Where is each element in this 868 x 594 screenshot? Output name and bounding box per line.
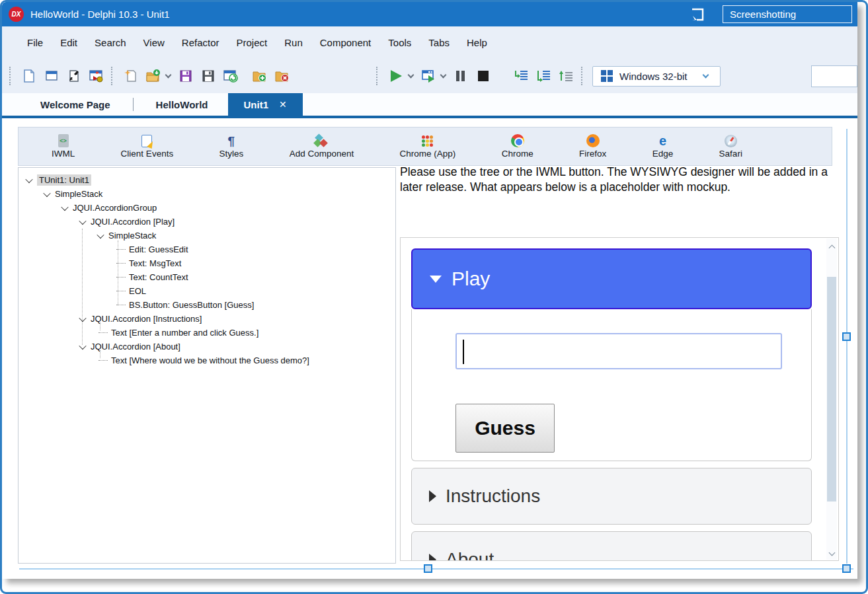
new-unit-icon[interactable] (18, 66, 40, 86)
events-form-icon (141, 135, 152, 147)
chrome-icon (511, 134, 524, 147)
resize-handle-corner[interactable] (842, 564, 851, 573)
view-as-text-icon[interactable] (63, 66, 85, 86)
chevron-down-icon[interactable] (61, 203, 68, 210)
code-document-icon: <> (58, 134, 69, 147)
capture-icon[interactable] (690, 7, 705, 22)
chevron-down-icon[interactable] (43, 189, 50, 196)
safari-button[interactable]: Safari (719, 134, 742, 159)
firefox-button[interactable]: Firefox (579, 134, 606, 159)
menu-project[interactable]: Project (228, 33, 276, 52)
guess-input[interactable] (455, 333, 782, 369)
menu-search[interactable]: Search (86, 33, 135, 52)
safari-icon (725, 135, 737, 147)
tree-node-instructions-text[interactable]: Text [Enter a number and click Guess.] (19, 326, 395, 340)
scroll-up-icon[interactable] (826, 240, 837, 252)
menu-tools[interactable]: Tools (379, 33, 420, 52)
tree-node-counttext[interactable]: Text: CountText (19, 270, 395, 284)
accordion-header-about[interactable]: About (411, 531, 812, 561)
tree-guide-line (100, 350, 100, 358)
add-to-project-icon[interactable] (249, 66, 271, 86)
toolbar-grip[interactable] (111, 67, 114, 85)
resize-handle-bottom[interactable] (424, 564, 432, 573)
tree-node-label: SimpleStack (55, 189, 102, 199)
menu-view[interactable]: View (135, 33, 173, 52)
guess-button[interactable]: Guess (455, 404, 555, 453)
tab-helloworld[interactable]: HelloWorld (136, 93, 228, 116)
tab-unit1[interactable]: Unit1 ✕ (228, 93, 303, 116)
menu-component[interactable]: Component (311, 33, 380, 52)
trace-into-icon[interactable] (510, 66, 533, 86)
titlebar[interactable]: DX HelloWorld - Delphi 10.3 - Unit1 Scre… (2, 2, 857, 26)
tree-node-accordion-play[interactable]: JQUI.Accordion [Play] (19, 215, 395, 229)
run-without-debugging-icon[interactable] (417, 66, 440, 86)
accordion-header-instructions[interactable]: Instructions (411, 468, 812, 525)
scrollbar-thumb[interactable] (827, 277, 836, 501)
delphi-dx-logo: DX (9, 7, 24, 22)
toolbar-grip[interactable] (9, 67, 12, 85)
tree-node-about-text[interactable]: Text [Where would we be without the Gues… (19, 353, 395, 367)
tab-close-icon[interactable]: ✕ (279, 99, 287, 110)
tree-node-accordion-instructions[interactable]: JQUI.Accordion [Instructions] (19, 312, 395, 326)
platform-selector[interactable]: Windows 32-bit (592, 66, 721, 87)
chrome-app-label: Chrome (App) (400, 149, 456, 159)
refresh-form-icon[interactable] (219, 66, 242, 86)
toolbar-grip[interactable] (376, 67, 379, 85)
new-items-icon[interactable] (120, 66, 142, 86)
chevron-down-icon[interactable] (25, 175, 32, 182)
chevron-down-icon[interactable] (97, 231, 104, 238)
resize-handle-right[interactable] (842, 332, 851, 341)
tree-node-guessedit[interactable]: Edit: GuessEdit (19, 242, 395, 256)
menu-file[interactable]: File (19, 33, 52, 52)
iwml-label: IWML (52, 149, 75, 159)
menu-help[interactable]: Help (458, 33, 496, 52)
structure-tree[interactable]: TUnit1: Unit1 SimpleStack JQUI.Accordion… (18, 167, 396, 564)
mockup-scrollbar[interactable] (826, 239, 837, 560)
tree-node-eol[interactable]: EOL (19, 284, 395, 298)
open-project-dropdown-icon[interactable] (165, 72, 172, 79)
menu-tabs[interactable]: Tabs (420, 33, 458, 52)
styles-button[interactable]: ¶ Styles (219, 134, 244, 159)
save-icon[interactable] (175, 66, 197, 86)
chrome-button[interactable]: Chrome (502, 134, 533, 159)
main-toolbar: Windows 32-bit (2, 59, 857, 93)
accordion-header-play[interactable]: Play (411, 248, 812, 309)
tree-node-simplestack[interactable]: SimpleStack (19, 187, 395, 201)
tree-node-accordion-about[interactable]: JQUI.Accordion [About] (19, 340, 395, 353)
step-out-icon[interactable] (555, 66, 578, 86)
menu-edit[interactable]: Edit (52, 33, 86, 52)
step-over-icon[interactable] (533, 66, 555, 86)
save-all-icon[interactable] (197, 66, 219, 86)
chevron-down-icon[interactable] (79, 314, 86, 321)
capture-label-box[interactable]: Screenshotting (723, 5, 852, 23)
tree-node-accordiongroup[interactable]: JQUI.AccordionGroup (19, 201, 395, 215)
form-designer-icon[interactable] (85, 66, 108, 86)
open-project-icon[interactable] (142, 66, 165, 86)
chrome-app-button[interactable]: Chrome (App) (400, 134, 456, 159)
pilcrow-icon: ¶ (228, 135, 235, 147)
add-component-button[interactable]: Add Component (290, 134, 354, 159)
edge-button[interactable]: e Edge (652, 134, 674, 159)
run-icon[interactable] (385, 66, 407, 86)
iwml-button[interactable]: <> IWML (52, 134, 75, 159)
run-dropdown-icon[interactable] (408, 72, 414, 79)
remove-from-project-icon[interactable] (271, 66, 294, 86)
tree-node-msgtext[interactable]: Text: MsgText (19, 256, 395, 270)
scroll-down-icon[interactable] (826, 546, 837, 558)
client-events-button[interactable]: Client Events (121, 134, 174, 159)
tree-node-guessbutton[interactable]: BS.Button: GuessButton [Guess] (19, 298, 395, 312)
tree-node-tunit1[interactable]: TUnit1: Unit1 (19, 173, 395, 187)
tree-node-label: BS.Button: GuessButton [Guess] (129, 300, 254, 310)
toolbar-edit-box[interactable] (811, 65, 857, 87)
menu-refactor[interactable]: Refactor (173, 33, 228, 52)
tree-node-simplestack-inner[interactable]: SimpleStack (19, 229, 395, 242)
tab-welcome-page[interactable]: Welcome Page (20, 93, 130, 116)
toolbar-grip[interactable] (581, 67, 584, 85)
new-form-icon[interactable] (40, 66, 63, 86)
menu-run[interactable]: Run (276, 33, 311, 52)
chevron-down-icon[interactable] (79, 217, 86, 224)
chevron-down-icon[interactable] (79, 342, 86, 349)
pause-icon[interactable] (450, 66, 472, 86)
stop-icon[interactable] (472, 66, 494, 86)
run-without-debugging-dropdown-icon[interactable] (440, 72, 447, 79)
